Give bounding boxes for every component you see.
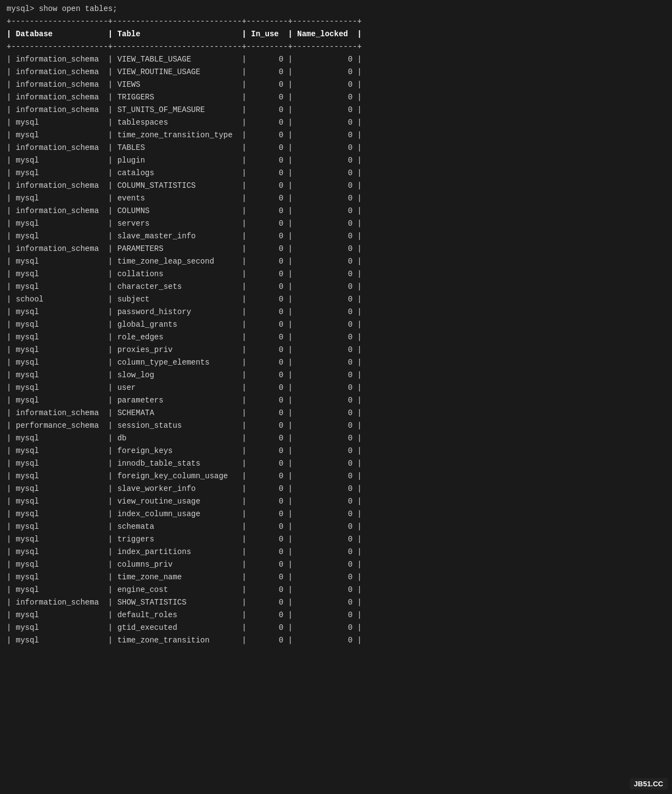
table-row: | mysql | index_column_usage | 0 | 0 | [7,508,665,521]
table-row: | mysql | time_zone_transition_type | 0 … [7,129,665,142]
table-row: | mysql | gtid_executed | 0 | 0 | [7,622,665,634]
table-container: +---------------------+-----------------… [0,15,672,647]
table-row: | mysql | events | 0 | 0 | [7,192,665,205]
table-row: | mysql | password_history | 0 | 0 | [7,306,665,318]
table-row: | information_schema | VIEWS | 0 | 0 | [7,79,665,91]
table-output: +---------------------+-----------------… [7,15,665,647]
table-row: | mysql | foreign_keys | 0 | 0 | [7,445,665,457]
table-row: | information_schema | SCHEMATA | 0 | 0 … [7,407,665,420]
table-row: | information_schema | TRIGGERS | 0 | 0 … [7,91,665,104]
table-row: | mysql | index_partitions | 0 | 0 | [7,546,665,558]
table-row: | mysql | time_zone_leap_second | 0 | 0 … [7,255,665,268]
table-header-row: | Database | Table | In_use | Name_locke… [7,28,665,41]
table-row: | mysql | time_zone_transition | 0 | 0 | [7,634,665,647]
table-row: | information_schema | PARAMETERS | 0 | … [7,243,665,255]
table-row: | mysql | user | 0 | 0 | [7,382,665,394]
table-row: +---------------------+-----------------… [7,15,665,28]
table-row: | information_schema | VIEW_TABLE_USAGE … [7,53,665,66]
table-row: | mysql | foreign_key_column_usage | 0 |… [7,470,665,483]
table-row: | mysql | catalogs | 0 | 0 | [7,167,665,180]
table-row: | mysql | slave_master_info | 0 | 0 | [7,230,665,243]
table-row: | mysql | columns_priv | 0 | 0 | [7,558,665,571]
table-row: | mysql | view_routine_usage | 0 | 0 | [7,495,665,508]
command-line: mysql> show open tables; [0,0,672,15]
table-row: | school | subject | 0 | 0 | [7,293,665,306]
table-row: | mysql | innodb_table_stats | 0 | 0 | [7,457,665,470]
table-row: | mysql | plugin | 0 | 0 | [7,154,665,167]
table-row: | mysql | role_edges | 0 | 0 | [7,331,665,344]
table-row: | mysql | parameters | 0 | 0 | [7,394,665,407]
table-row: | mysql | tablespaces | 0 | 0 | [7,116,665,129]
table-row: | mysql | db | 0 | 0 | [7,432,665,445]
table-row: +---------------------+-----------------… [7,41,665,53]
table-row: | mysql | schemata | 0 | 0 | [7,521,665,533]
table-row: | information_schema | VIEW_ROUTINE_USAG… [7,66,665,79]
table-row: | information_schema | TABLES | 0 | 0 | [7,142,665,154]
table-row: | mysql | column_type_elements | 0 | 0 | [7,356,665,369]
table-row: | mysql | global_grants | 0 | 0 | [7,318,665,331]
terminal: mysql> show open tables; +--------------… [0,0,672,794]
table-row: | mysql | proxies_priv | 0 | 0 | [7,344,665,356]
table-row: | mysql | collations | 0 | 0 | [7,268,665,281]
table-row: | performance_schema | session_status | … [7,420,665,432]
table-row: | mysql | engine_cost | 0 | 0 | [7,584,665,596]
table-row: | mysql | slow_log | 0 | 0 | [7,369,665,382]
table-row: | mysql | time_zone_name | 0 | 0 | [7,571,665,584]
table-row: | mysql | triggers | 0 | 0 | [7,533,665,546]
table-row: | mysql | slave_worker_info | 0 | 0 | [7,483,665,495]
table-row: | information_schema | SHOW_STATISTICS |… [7,596,665,609]
table-row: | information_schema | ST_UNITS_OF_MEASU… [7,104,665,116]
watermark: JB51.CC [630,778,668,790]
table-row: | information_schema | COLUMNS | 0 | 0 | [7,205,665,217]
table-row: | mysql | character_sets | 0 | 0 | [7,281,665,293]
table-row: | mysql | servers | 0 | 0 | [7,217,665,230]
table-row: | information_schema | COLUMN_STATISTICS… [7,180,665,192]
table-row: | mysql | default_roles | 0 | 0 | [7,609,665,622]
